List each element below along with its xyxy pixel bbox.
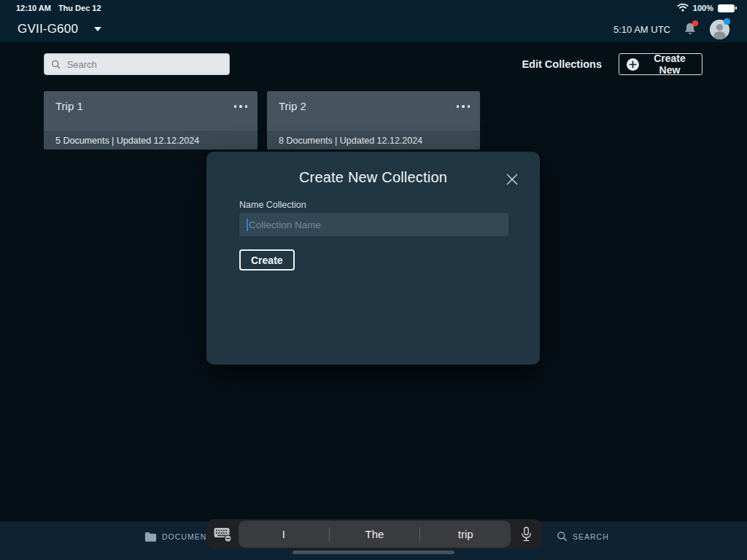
search-tab-label: SEARCH — [573, 532, 609, 541]
wifi-icon — [677, 3, 689, 13]
utc-time: 5:10 AM UTC — [614, 24, 670, 35]
folder-icon — [144, 532, 157, 542]
keyboard-dismiss-icon — [213, 526, 232, 542]
suggestion-2[interactable]: The — [330, 528, 420, 540]
ellipsis-menu-icon[interactable] — [457, 105, 471, 108]
device-name: GVII-G600 — [18, 22, 78, 36]
status-date: Thu Dec 12 — [58, 4, 101, 12]
device-selector[interactable]: GVII-G600 — [18, 22, 101, 36]
search-icon — [557, 531, 568, 542]
collection-title: Trip 1 — [55, 100, 83, 112]
status-bar: 12:10 AM Thu Dec 12 100% — [0, 0, 747, 16]
profile-button[interactable] — [710, 20, 729, 39]
create-new-button[interactable]: Create New — [619, 53, 703, 75]
caret-down-icon — [94, 27, 101, 31]
keyboard-accessory-bar: I The trip — [206, 519, 542, 549]
suggestion-3[interactable]: trip — [420, 528, 511, 540]
close-button[interactable] — [504, 171, 520, 187]
dictation-button[interactable] — [511, 519, 542, 549]
collection-card-trip-1[interactable]: Trip 1 5 Documents | Updated 12.12.2024 — [44, 91, 258, 149]
ellipsis-menu-icon[interactable] — [234, 105, 248, 108]
collection-meta: 5 Documents | Updated 12.12.2024 — [55, 136, 199, 146]
text-cursor — [247, 219, 248, 231]
create-collection-modal: Create New Collection Name Collection Cr… — [206, 152, 540, 365]
nav-bar: GVII-G600 5:10 AM UTC — [0, 16, 747, 42]
home-indicator[interactable] — [293, 551, 454, 554]
search-box[interactable] — [44, 53, 230, 75]
suggestion-1[interactable]: I — [239, 528, 329, 540]
collection-title: Trip 2 — [279, 100, 306, 112]
predictive-text-panel: I The trip — [239, 521, 511, 548]
name-collection-label: Name Collection — [239, 200, 306, 210]
modal-title: Create New Collection — [206, 169, 540, 186]
close-icon — [506, 173, 519, 186]
collection-name-input[interactable] — [249, 219, 501, 230]
plus-icon — [627, 58, 639, 71]
notification-badge — [692, 20, 698, 26]
battery-percent: 100% — [693, 4, 713, 12]
search-icon — [51, 59, 61, 70]
collection-meta: 8 Documents | Updated 12.12.2024 — [279, 136, 422, 146]
app-screen: 12:10 AM Thu Dec 12 100% GVII-G600 5:10 … — [0, 0, 747, 560]
mic-icon — [520, 526, 533, 543]
notifications-button[interactable] — [682, 21, 698, 37]
tab-search[interactable]: SEARCH — [557, 521, 609, 551]
search-input[interactable] — [67, 59, 222, 70]
create-new-label: Create New — [645, 52, 694, 76]
collection-card-trip-2[interactable]: Trip 2 8 Documents | Updated 12.12.2024 — [267, 91, 480, 149]
battery-icon — [718, 4, 737, 12]
status-time: 12:10 AM — [16, 4, 51, 12]
create-button[interactable]: Create — [239, 249, 295, 271]
keyboard-dismiss-button[interactable] — [206, 519, 239, 549]
profile-status-badge — [724, 18, 730, 25]
edit-collections-button[interactable]: Edit Collections — [522, 53, 602, 75]
collection-name-field[interactable] — [239, 213, 508, 236]
